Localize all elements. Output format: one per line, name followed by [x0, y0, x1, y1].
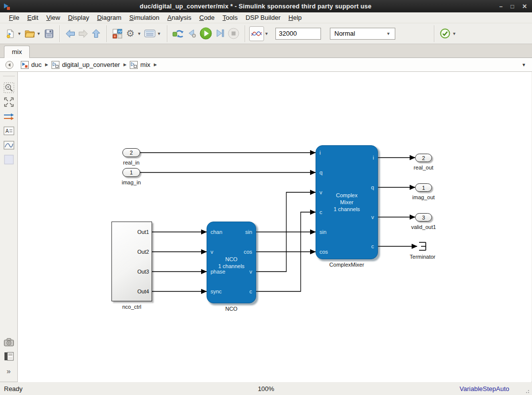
breadcrumb-dropdown-icon[interactable]: ▼	[522, 62, 526, 67]
status-solver[interactable]: VariableStepAuto	[460, 385, 509, 393]
toolbar-separator	[167, 25, 167, 42]
model-icon	[21, 61, 29, 69]
toolbar-separator	[59, 25, 60, 42]
hdl-block-ComplexMixer[interactable]: iqvcsincosiqvcComplex Mixer 1 channels	[316, 145, 378, 259]
gear-icon: ⚙	[126, 29, 134, 38]
simulation-data-inspector-dropdown-icon[interactable]: ▾	[264, 31, 269, 36]
breadcrumb-back-button[interactable]	[5, 60, 14, 69]
open-dropdown-icon[interactable]: ▾	[36, 31, 41, 36]
block-name-label: valid_out1	[384, 224, 463, 230]
settings-dropdown-icon[interactable]: ▾	[137, 31, 142, 36]
forward-button[interactable]	[77, 26, 90, 41]
menu-simulation[interactable]: Simulation	[125, 13, 163, 22]
inport-block-real_in[interactable]: 2	[122, 148, 140, 157]
model-advisor-button[interactable]	[438, 26, 452, 41]
breadcrumb-separator-icon: ▶	[45, 62, 48, 67]
menu-edit[interactable]: Edit	[23, 13, 42, 22]
menu-view[interactable]: View	[42, 13, 64, 22]
port-label-out: Out1	[137, 228, 149, 236]
step-forward-button[interactable]	[213, 26, 226, 41]
palette-sidebar: A »	[0, 72, 18, 382]
menu-file[interactable]: File	[5, 13, 23, 22]
block-name-label: real_out	[384, 165, 463, 170]
port-label-in: cos	[319, 248, 328, 256]
menu-help[interactable]: Help	[284, 13, 306, 22]
outport-block-real_out[interactable]: 2	[415, 154, 432, 162]
zoom-region-button[interactable]	[2, 81, 15, 94]
menu-code[interactable]: Code	[195, 13, 218, 22]
hdl-block-NCO[interactable]: chanvphasesyncsincosvcNCO 1 channels	[207, 222, 256, 303]
breadcrumb-item-duc[interactable]: duc	[21, 61, 42, 69]
menu-tools[interactable]: Tools	[218, 13, 241, 22]
library-browser-button[interactable]	[111, 26, 124, 41]
block-center-text: NCO 1 channels	[207, 256, 256, 270]
port-label-in: sync	[211, 288, 222, 295]
toolbar-separator	[106, 25, 107, 42]
expand-sidebar-button[interactable]: »	[2, 364, 15, 377]
viewer-button[interactable]	[2, 139, 15, 152]
terminator-block-Terminator[interactable]	[419, 241, 426, 251]
breadcrumb-item-digital-up-converter[interactable]: digital_up_converter	[52, 61, 120, 69]
update-diagram-button[interactable]	[171, 26, 185, 41]
simulation-data-inspector-button[interactable]	[249, 26, 264, 41]
up-to-parent-button[interactable]	[90, 26, 103, 41]
subsystem-block-nco_ctrl[interactable]: Out1Out2Out3Out4	[111, 222, 152, 301]
terminator-icon	[419, 241, 426, 251]
tab-mix[interactable]: mix	[4, 46, 30, 58]
model-configuration-dropdown-icon[interactable]: ▾	[157, 31, 161, 36]
model-configuration-button[interactable]	[143, 26, 157, 41]
port-label-out: i	[373, 154, 374, 162]
menu-display[interactable]: Display	[64, 13, 93, 22]
subsystem-placeholder-button[interactable]	[2, 153, 15, 166]
settings-gear-button[interactable]: ⚙	[124, 26, 137, 41]
block-name-label: imag_in	[92, 179, 171, 185]
inport-block-imag_in[interactable]: 1	[122, 168, 140, 177]
step-back-button[interactable]	[185, 26, 198, 41]
diagram-canvas[interactable]: 2real_in1imag_inOut1Out2Out3Out4nco_ctrl…	[18, 72, 532, 382]
port-label-out: sin	[245, 228, 252, 236]
outport-block-imag_out[interactable]: 1	[415, 183, 432, 192]
toolbar-separator	[434, 25, 434, 42]
annotation-button[interactable]: A	[2, 124, 15, 137]
resize-grip[interactable]	[526, 389, 531, 394]
maximize-button[interactable]: □	[511, 3, 514, 10]
menu-dsp-builder[interactable]: DSP Builder	[242, 13, 285, 22]
port-label-out: cos	[244, 248, 252, 256]
block-name-label: nco_ctrl	[92, 304, 171, 310]
simulink-app-icon	[2, 2, 12, 11]
new-model-dropdown-icon[interactable]: ▾	[17, 31, 22, 36]
screenshot-camera-button[interactable]	[2, 336, 15, 348]
sidebar-divider	[3, 76, 15, 76]
back-button[interactable]	[64, 26, 77, 41]
signal-routing-button[interactable]	[2, 110, 15, 123]
open-button[interactable]	[23, 26, 36, 41]
port-label-in: chan	[211, 228, 222, 236]
simulation-mode-select[interactable]: Normal ▾	[330, 28, 395, 40]
save-button[interactable]	[43, 26, 55, 41]
block-name-label: imag_out	[384, 194, 463, 200]
breadcrumb-item-mix[interactable]: mix	[130, 61, 150, 69]
toolbar: ▾ ▾ ⚙ ▾ ▾	[0, 23, 532, 44]
menu-diagram[interactable]: Diagram	[93, 13, 125, 22]
model-advisor-dropdown-icon[interactable]: ▾	[452, 31, 457, 36]
outport-block-valid_out1[interactable]: 3	[415, 213, 432, 222]
menu-analysis[interactable]: Analysis	[163, 13, 195, 22]
block-name-label: real_in	[92, 160, 171, 166]
port-label-out: Out3	[137, 268, 149, 276]
model-browser-toggle-button[interactable]	[2, 350, 15, 363]
document-tab-bar: mix	[0, 44, 532, 58]
close-button[interactable]: ✕	[522, 3, 527, 10]
port-label-out: v	[372, 214, 374, 221]
breadcrumb-separator-icon: ▶	[123, 62, 126, 67]
block-name-label: ComplexMixer	[307, 262, 386, 268]
stop-button[interactable]	[226, 26, 241, 41]
new-model-button[interactable]	[4, 26, 17, 41]
window-title: duc/digital_up_converter/mix * - Simulin…	[12, 3, 499, 10]
fit-to-view-button[interactable]	[2, 96, 15, 109]
run-button[interactable]	[198, 26, 213, 41]
minimize-button[interactable]: –	[499, 3, 503, 10]
block-center-text: Complex Mixer 1 channels	[316, 192, 377, 213]
port-label-out: c	[250, 288, 253, 295]
stop-time-input[interactable]	[275, 28, 321, 40]
port-label-in: q	[319, 169, 322, 176]
